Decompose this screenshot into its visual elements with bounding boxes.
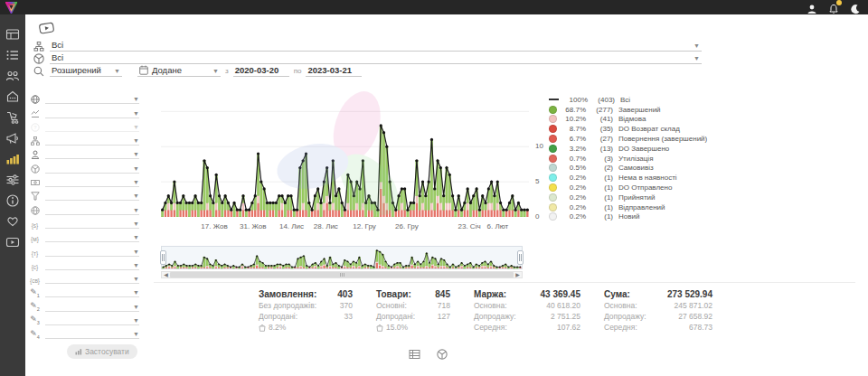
chevron-down-icon: ▼: [133, 303, 139, 311]
legend-item-2[interactable]: 68.7%(277)Завершений: [549, 105, 707, 115]
legend-count: (41): [590, 115, 613, 123]
filter-select-12[interactable]: ▼: [45, 246, 139, 257]
chevron-down-icon: ▼: [133, 192, 139, 200]
night-mode-icon[interactable]: [850, 2, 861, 13]
main-chart-canvas[interactable]: [161, 90, 529, 217]
apply-button[interactable]: Застосувати: [67, 344, 137, 359]
legend-item-13[interactable]: 0.2%(1)Новий: [549, 212, 707, 222]
sidebar-item-info[interactable]: [5, 193, 20, 208]
stat-sub-label: Основна:: [604, 301, 637, 310]
stat-sub-value: 107.62: [557, 323, 580, 332]
brush-handle-right[interactable]: [517, 250, 524, 265]
text-icon: {т}: [29, 247, 41, 257]
filter-select-11[interactable]: ▼: [45, 231, 139, 242]
filter-select-16[interactable]: ▼: [45, 301, 139, 312]
sidebar-item-dashboard[interactable]: [5, 27, 20, 42]
chevron-down-icon: ▼: [133, 275, 139, 283]
filter-select-6[interactable]: ▼: [45, 163, 139, 174]
sidebar-item-clients[interactable]: [5, 69, 20, 83]
chart-legend: 100%(403)Всі68.7%(277)Завершений10.2%(41…: [549, 95, 707, 221]
chevron-down-icon: ▼: [133, 123, 139, 131]
chevron-down-icon: ▼: [133, 316, 139, 324]
products-view-icon[interactable]: [437, 347, 448, 358]
orders-chart[interactable]: [161, 90, 529, 217]
filter-select-9[interactable]: ▼: [45, 204, 139, 215]
legend-item-8[interactable]: 0.5%(2)Самовивіз: [549, 164, 707, 174]
status-filter-select[interactable]: Всі▼: [50, 40, 702, 52]
legend-item-6[interactable]: 3.2%(13)DO Завершено: [549, 144, 707, 154]
filter-select-13[interactable]: ▼: [45, 259, 139, 270]
brush-handle-left[interactable]: [160, 250, 166, 265]
x-axis: 17. Жов31. Жов14. Лис28. Лис12. Гру26. Г…: [161, 222, 529, 232]
trend-icon: [29, 108, 41, 118]
date-to-label: по: [294, 67, 302, 77]
sidebar-item-settings[interactable]: [5, 173, 20, 187]
legend-percent: 10.2%: [561, 115, 586, 123]
program-video-icon[interactable]: [39, 22, 55, 38]
filter-select-3[interactable]: ▼: [45, 121, 139, 132]
sidebar-item-orders[interactable]: [5, 48, 20, 62]
chevron-down-icon: ▼: [133, 164, 139, 173]
text-icon: {м}: [29, 232, 41, 242]
legend-dot-swatch: [549, 203, 557, 212]
chart-scrollbar[interactable]: ◀ ▶: [161, 271, 523, 278]
pencil-icon: ✎4: [29, 329, 41, 339]
date-from-input[interactable]: 2020-03-20: [233, 65, 289, 77]
filter-select-8[interactable]: ▼: [45, 190, 139, 201]
x-tick-label: 26. Гру: [395, 222, 419, 230]
date-to-input[interactable]: 2023-03-21: [306, 65, 362, 77]
filter-row-8: ▼: [29, 187, 139, 201]
filter-select-10[interactable]: ▼: [45, 218, 139, 229]
x-tick-label: 14. Лис: [279, 222, 304, 230]
sidebar-item-logistics[interactable]: [5, 110, 20, 125]
sidebar-item-donate[interactable]: [5, 214, 20, 229]
legend-item-4[interactable]: 8.7%(35)DO Возврат склад: [549, 124, 707, 134]
date-field-select[interactable]: Додане ▼: [137, 65, 221, 77]
filter-select-17[interactable]: ▼: [45, 315, 139, 325]
legend-label: Утилізація: [618, 155, 653, 163]
filter-select-4[interactable]: ▼: [45, 135, 139, 146]
scroll-right-icon[interactable]: ▶: [514, 272, 522, 277]
filter-row-17: ✎3▼: [29, 312, 139, 325]
filter-select-1[interactable]: ▼: [45, 93, 139, 104]
legend-count: (27): [590, 135, 613, 143]
legend-label: Відмова: [618, 115, 646, 123]
legend-item-9[interactable]: 0.2%(1)Нема в наявності: [549, 173, 707, 183]
sidebar-item-video-tutorials[interactable]: [5, 235, 20, 249]
sidebar-item-store[interactable]: [5, 89, 20, 104]
sidebar-item-analytics[interactable]: [5, 152, 20, 166]
legend-item-5[interactable]: 6.7%(27)Повернення (завершений): [549, 134, 707, 144]
product-filter-select[interactable]: Всі▼: [50, 52, 702, 64]
notifications-bell-icon[interactable]: [828, 2, 839, 13]
filter-select-5[interactable]: ▼: [45, 148, 139, 159]
legend-count: (277): [590, 106, 613, 114]
y-tick-label: 10: [535, 142, 543, 150]
scroll-left-icon[interactable]: ◀: [162, 272, 170, 277]
filter-select-2[interactable]: ▼: [45, 108, 139, 118]
legend-dot-swatch: [549, 145, 557, 153]
mini-chart-icon: [75, 348, 82, 355]
legend-dot-swatch: [549, 164, 557, 172]
chart-navigator[interactable]: [161, 246, 523, 269]
legend-item-11[interactable]: 0.2%(1)Прийнятий: [549, 193, 707, 202]
sidebar-item-marketing[interactable]: [5, 131, 20, 146]
scrollbar-thumb[interactable]: [170, 272, 514, 277]
table-view-icon[interactable]: [409, 347, 420, 358]
user-avatar-icon[interactable]: [807, 2, 817, 13]
legend-item-12[interactable]: 0.2%(1)Відправлений: [549, 202, 707, 212]
filter-select-14[interactable]: ▼: [45, 273, 139, 284]
filter-row-7: ▼: [29, 174, 139, 187]
filter-select-18[interactable]: ▼: [45, 328, 139, 339]
legend-item-10[interactable]: 0.2%(1)DO Отправлено: [549, 183, 707, 193]
stat-title: Замовлення:: [259, 289, 316, 299]
app-logo-icon[interactable]: [5, 2, 17, 14]
filter-select-7[interactable]: ▼: [45, 176, 139, 187]
legend-percent: 0.2%: [561, 174, 586, 182]
legend-item-7[interactable]: 0.7%(3)Утилізація: [549, 154, 707, 164]
filter-select-15[interactable]: ▼: [45, 287, 139, 297]
legend-item-3[interactable]: 10.2%(41)Відмова: [549, 115, 707, 125]
search-mode-select[interactable]: Розширений▼: [50, 65, 122, 77]
legend-item-1[interactable]: 100%(403)Всі: [549, 95, 707, 105]
summary-stats: Замовлення:403Без допродажів:370Допродан…: [259, 289, 712, 332]
stat-sub-value: 245 871.02: [674, 301, 712, 310]
